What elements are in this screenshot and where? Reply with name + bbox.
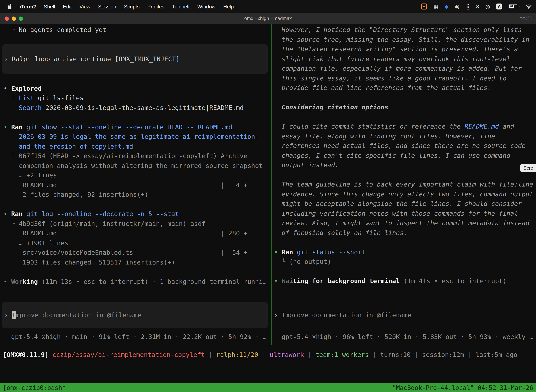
text-segment: git status --short bbox=[297, 248, 365, 256]
menu-item-help[interactable]: Help bbox=[220, 4, 238, 9]
text-segment: including verification notes with those … bbox=[274, 210, 518, 217]
text-segment: Ran bbox=[11, 210, 23, 217]
text-segment: | bbox=[369, 351, 380, 358]
menu-item-shell[interactable]: Shell bbox=[40, 4, 59, 9]
text-segment: companion analysis without altering the … bbox=[4, 162, 263, 169]
app-eight-icon[interactable]: 8 bbox=[476, 4, 479, 9]
right-agent-pane[interactable]: However, I noticed the "Directory Struct… bbox=[272, 24, 536, 345]
text-segment: Considering citation options bbox=[274, 103, 388, 111]
menu-item-window[interactable]: Window bbox=[193, 4, 219, 9]
text-segment: output instead. bbox=[274, 161, 339, 169]
terminal-line: Considering citation options bbox=[272, 102, 536, 112]
terminal-line: src/voice/voiceModeEnabled.ts | 54 + bbox=[0, 248, 271, 257]
terminal-line: might be acceptable alongside the file l… bbox=[272, 199, 536, 209]
text-segment: and-the-erosion-of-copyleft.md bbox=[19, 142, 133, 150]
terminal-line: • Working (11m 13s • esc to interrupt) ·… bbox=[0, 277, 271, 286]
omx-status-line: [OMX#0.11.9] cczip/essay/ai-reimplementa… bbox=[0, 345, 536, 358]
terminal-line: 1903 files changed, 513517 insertions(+) bbox=[0, 257, 271, 267]
menu-item-profiles[interactable]: Profiles bbox=[144, 4, 168, 9]
battery-icon[interactable]: 61 bbox=[509, 4, 519, 9]
text-segment: the source tree, missing the essay. Stil… bbox=[274, 36, 529, 43]
text-segment: └ bbox=[4, 152, 19, 159]
terminal-line bbox=[0, 74, 271, 84]
window-title-bar[interactable]: omx --xhigh --madmax ⌥⌘1 bbox=[0, 13, 536, 24]
text-segment: • bbox=[274, 248, 282, 256]
text-segment: README.md bbox=[464, 123, 499, 130]
input-source-icon[interactable]: A bbox=[496, 4, 502, 9]
text-segment: › bbox=[4, 55, 12, 62]
close-button[interactable] bbox=[5, 16, 9, 21]
terminal-line: 2026-03-09-is-legal-the-same-as-legitima… bbox=[0, 132, 271, 141]
menu-items: iTerm2ShellEditViewSessionScriptsProfile… bbox=[0, 4, 238, 9]
text-segment: (no output) bbox=[289, 258, 331, 265]
text-segment: I could cite commit statistics or refere… bbox=[274, 123, 464, 130]
text-segment: git log --oneline --decorate -n 5 --stat bbox=[26, 210, 179, 217]
app-diamond-icon[interactable]: ◆ bbox=[445, 4, 449, 9]
text-segment: Ran bbox=[11, 123, 23, 131]
terminal-line bbox=[0, 35, 271, 44]
text-segment: 2 files changed, 92 insertions(+) bbox=[4, 191, 148, 198]
dots-grid-icon[interactable]: ⣿ bbox=[466, 4, 470, 9]
terminal: └ No agents completed yet › Ralph loop a… bbox=[0, 24, 536, 345]
terminal-line: and-the-erosion-of-copyleft.md bbox=[0, 141, 271, 151]
menu-item-view[interactable]: View bbox=[76, 4, 94, 9]
text-segment bbox=[23, 123, 26, 131]
terminal-line: • Explored bbox=[0, 84, 271, 93]
text-segment: └ bbox=[4, 94, 19, 102]
tmux-host-clock: "MacBook-Pro-44.local" 04:52 31-Mar-26 bbox=[392, 384, 533, 391]
text-segment: (11m 13s • esc to interrupt) · 1 backgro… bbox=[38, 278, 266, 285]
text-segment: • bbox=[4, 210, 11, 217]
text-segment: List bbox=[19, 94, 34, 102]
camera-icon[interactable]: ◎ bbox=[485, 4, 490, 9]
terminal-line bbox=[272, 266, 536, 276]
text-segment: └ bbox=[274, 258, 289, 265]
text-segment: Wai bbox=[282, 277, 293, 285]
text-segment: • bbox=[4, 123, 11, 131]
terminal-line: evidence. Since this change only affects… bbox=[272, 189, 536, 199]
terminal-line: 2 files changed, 92 insertions(+) bbox=[0, 190, 271, 199]
menu-item-toolbelt[interactable]: Toolbelt bbox=[168, 4, 193, 9]
text-segment: 2026-03-09-is-legal-the-same-as-legitima… bbox=[42, 104, 244, 111]
screen-share-overlay[interactable]: Scre bbox=[520, 164, 536, 172]
text-segment: 1903 files changed, 513517 insertions(+) bbox=[4, 258, 175, 266]
menu-item-session[interactable]: Session bbox=[94, 4, 120, 9]
left-agent-pane[interactable]: └ No agents completed yet › Ralph loop a… bbox=[0, 24, 271, 345]
text-segment: team:1 workers bbox=[315, 351, 368, 358]
grid-icon[interactable]: ▦ bbox=[433, 4, 438, 9]
terminal-line bbox=[272, 93, 536, 102]
terminal-line: Search 2026-03-09-is-legal-the-same-as-l… bbox=[0, 103, 271, 112]
macos-menu-bar: iTerm2ShellEditViewSessionScriptsProfile… bbox=[0, 0, 536, 13]
text-segment: • bbox=[4, 84, 11, 92]
terminal-line: review. Also, I might want to inspect th… bbox=[272, 218, 536, 228]
minimize-button[interactable] bbox=[12, 16, 16, 21]
terminal-line: this single essay, it seems like a good … bbox=[272, 73, 536, 83]
text-segment: essay file, along with finding root file… bbox=[274, 132, 495, 140]
terminal-line: I could cite commit statistics or refere… bbox=[272, 121, 536, 131]
text-segment: • bbox=[274, 277, 282, 285]
terminal-line: companion analysis without altering the … bbox=[0, 161, 271, 170]
text-segment: Ralph loop active continue [OMX_TMUX_INJ… bbox=[12, 55, 180, 62]
terminal-line: changes, I can't cite specific file line… bbox=[272, 150, 536, 160]
right-prompt-input[interactable]: › Improve documentation in @filename bbox=[272, 302, 532, 328]
text-segment bbox=[293, 248, 297, 256]
text-segment: Search bbox=[19, 104, 42, 111]
text-segment: … +1901 lines bbox=[4, 239, 68, 246]
apple-logo-icon[interactable] bbox=[7, 4, 12, 9]
terminal-line: … +1901 lines bbox=[0, 238, 271, 248]
wifi-icon[interactable] bbox=[526, 4, 532, 9]
ralph-inject-banner: › Ralph loop active continue [OMX_TMUX_I… bbox=[2, 44, 268, 74]
menu-item-edit[interactable]: Edit bbox=[59, 4, 76, 9]
menu-item-scripts[interactable]: Scripts bbox=[120, 4, 144, 9]
prompt-placeholder: Improve documentation in @filename bbox=[282, 311, 411, 319]
text-segment: ting for background terminal bbox=[293, 277, 400, 285]
text-segment bbox=[48, 351, 53, 358]
text-segment: | bbox=[411, 351, 422, 358]
menu-item-iterm2[interactable]: iTerm2 bbox=[16, 4, 40, 9]
knob-icon[interactable]: ◉ bbox=[455, 4, 459, 9]
screen-recording-icon[interactable] bbox=[421, 4, 427, 9]
left-prompt-input[interactable]: › Improve documentation in @filename bbox=[2, 302, 268, 328]
screen: iTerm2ShellEditViewSessionScriptsProfile… bbox=[0, 0, 536, 392]
text-segment: | bbox=[258, 351, 270, 358]
zoom-button[interactable] bbox=[19, 16, 23, 21]
terminal-line: … +2 lines bbox=[0, 170, 271, 180]
